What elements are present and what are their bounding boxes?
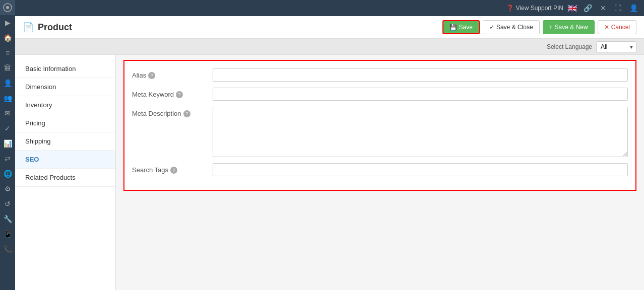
sidebar-icon-refresh[interactable]: ↺	[0, 196, 15, 211]
user-icon[interactable]: 👤	[627, 3, 640, 13]
plus-icon: +	[549, 24, 553, 31]
page-title-area: 📄 Product	[23, 22, 437, 33]
meta-description-textarea[interactable]	[213, 107, 628, 157]
save-button[interactable]: 💾 Save	[442, 20, 480, 34]
left-nav: Basic Information Dimension Inventory Pr…	[15, 55, 116, 290]
cancel-icon: ✕	[604, 24, 609, 31]
sidebar-icon-chart[interactable]: 📊	[0, 136, 15, 151]
sidebar-icon-building[interactable]: 🏛	[0, 60, 15, 76]
flag-icon[interactable]: 🇬🇧	[567, 4, 577, 13]
support-pin-button[interactable]: ❓ View Support PIN	[506, 5, 564, 12]
page-doc-icon: 📄	[23, 22, 34, 33]
nav-item-inventory[interactable]: Inventory	[15, 96, 115, 114]
sidebar-icon-gear[interactable]: ⚙	[0, 181, 15, 196]
meta-keyword-label: Meta Keyword ?	[132, 88, 213, 98]
sidebar-icon-user[interactable]: 👤	[0, 76, 15, 91]
form-area: Alias ? Meta Keyword ? Meta De	[116, 55, 644, 290]
meta-keyword-input[interactable]	[213, 88, 628, 101]
alias-input[interactable]	[213, 68, 628, 82]
meta-description-info-icon[interactable]: ?	[183, 110, 190, 117]
save-new-button[interactable]: + Save & New	[543, 20, 595, 34]
sidebar: ▶ 🏠 ≡ 🏛 👤 👥 ✉ ✓ 📊 ⇄ 🌐 ⚙ ↺ 🔧 📱 📞	[0, 0, 15, 290]
search-tags-row: Search Tags ?	[132, 163, 628, 176]
alias-label: Alias ?	[132, 68, 213, 79]
sidebar-icon-wrench[interactable]: 🔧	[0, 211, 15, 227]
sidebar-icon-logo[interactable]	[0, 0, 15, 15]
meta-keyword-info-icon[interactable]: ?	[176, 91, 183, 98]
seo-section: Alias ? Meta Keyword ? Meta De	[123, 60, 636, 191]
sidebar-icon-mail[interactable]: ✉	[0, 106, 15, 121]
sidebar-icon-arrows[interactable]: ⇄	[0, 151, 15, 166]
cancel-button[interactable]: ✕ Cancel	[598, 20, 636, 34]
sidebar-icon-globe[interactable]: 🌐	[0, 166, 15, 181]
save-icon: 💾	[449, 24, 457, 31]
save-close-button[interactable]: ✓ Save & Close	[483, 20, 540, 34]
sidebar-icon-device[interactable]: 📱	[0, 227, 15, 242]
support-pin-label: View Support PIN	[516, 5, 564, 12]
search-tags-info-icon[interactable]: ?	[170, 167, 177, 174]
search-tags-input[interactable]	[213, 163, 628, 176]
sidebar-icon-home[interactable]: 🏠	[0, 30, 15, 45]
nav-item-shipping[interactable]: Shipping	[15, 132, 115, 151]
sidebar-icon-check[interactable]: ✓	[0, 121, 15, 136]
search-tags-label: Search Tags ?	[132, 163, 213, 174]
meta-description-row: Meta Description ?	[132, 107, 628, 157]
alias-row: Alias ?	[132, 68, 628, 82]
question-icon: ❓	[506, 5, 514, 12]
nav-item-dimension[interactable]: Dimension	[15, 78, 115, 96]
meta-description-label: Meta Description ?	[132, 107, 213, 117]
content-area: Basic Information Dimension Inventory Pr…	[15, 55, 644, 290]
language-dropdown-wrapper: All English ▼	[596, 41, 636, 52]
meta-keyword-row: Meta Keyword ?	[132, 88, 628, 101]
sidebar-icon-users[interactable]: 👥	[0, 91, 15, 106]
sidebar-icon-list[interactable]: ≡	[0, 45, 15, 60]
nav-item-related-products[interactable]: Related Products	[15, 169, 115, 187]
nav-item-basic-information[interactable]: Basic Information	[15, 60, 115, 78]
sidebar-icon-back[interactable]: ▶	[0, 15, 15, 30]
svg-point-1	[6, 6, 9, 9]
fullscreen-icon[interactable]: ⛶	[612, 3, 623, 13]
page-title: Product	[38, 22, 72, 33]
checkmark-icon: ✓	[489, 24, 494, 31]
topbar: ❓ View Support PIN 🇬🇧 🔗 ✕ ⛶ 👤	[15, 0, 644, 16]
page-header: 📄 Product 💾 Save ✓ Save & Close + Save &…	[15, 16, 644, 39]
external-link-icon[interactable]: 🔗	[582, 3, 594, 13]
nav-item-pricing[interactable]: Pricing	[15, 114, 115, 132]
language-dropdown[interactable]: All English	[596, 41, 636, 52]
main-content: ❓ View Support PIN 🇬🇧 🔗 ✕ ⛶ 👤 📄 Product …	[15, 0, 644, 290]
language-bar: Select Language All English ▼	[15, 39, 644, 55]
nav-item-seo[interactable]: SEO	[15, 151, 115, 169]
header-actions: 💾 Save ✓ Save & Close + Save & New ✕ Can…	[442, 20, 636, 34]
close-icon[interactable]: ✕	[598, 3, 608, 13]
sidebar-icon-phone[interactable]: 📞	[0, 242, 15, 257]
alias-info-icon[interactable]: ?	[148, 72, 155, 79]
select-language-label: Select Language	[547, 43, 592, 50]
